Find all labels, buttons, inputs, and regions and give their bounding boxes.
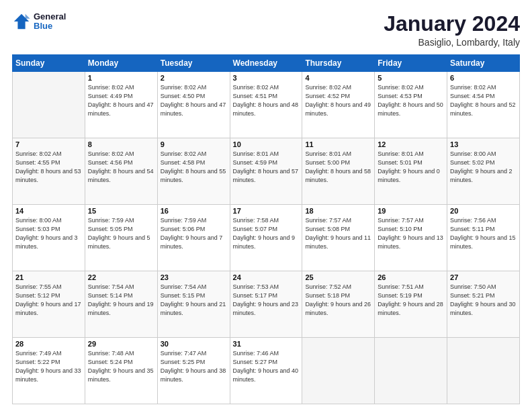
daylight-text: Daylight: 9 hours and 7 minutes. — [161, 234, 223, 250]
cell-info: Sunrise: 7:51 AM Sunset: 5:19 PM Dayligh… — [378, 283, 444, 318]
table-row: 11 Sunrise: 8:01 AM Sunset: 5:00 PM Dayl… — [302, 138, 375, 205]
cell-info: Sunrise: 8:02 AM Sunset: 4:53 PM Dayligh… — [378, 83, 444, 118]
cell-info: Sunrise: 7:56 AM Sunset: 5:11 PM Dayligh… — [450, 216, 517, 251]
daylight-text: Daylight: 8 hours and 53 minutes. — [15, 168, 81, 183]
week-row-5: 28 Sunrise: 7:49 AM Sunset: 5:22 PM Dayl… — [13, 338, 520, 404]
sunrise-text: Sunrise: 7:57 AM — [305, 217, 351, 224]
day-number: 21 — [15, 273, 82, 281]
sunrise-text: Sunrise: 8:01 AM — [233, 150, 279, 157]
sunrise-text: Sunrise: 7:53 AM — [233, 283, 279, 290]
day-number: 25 — [305, 273, 371, 281]
sunset-text: Sunset: 5:14 PM — [88, 292, 133, 299]
sunrise-text: Sunrise: 8:02 AM — [450, 84, 496, 91]
day-number: 26 — [378, 273, 444, 281]
daylight-text: Daylight: 9 hours and 33 minutes. — [15, 367, 81, 383]
sunrise-text: Sunrise: 7:52 AM — [305, 283, 351, 290]
cell-info: Sunrise: 8:01 AM Sunset: 5:00 PM Dayligh… — [305, 150, 371, 185]
sunrise-text: Sunrise: 7:49 AM — [15, 350, 62, 357]
table-row: 15 Sunrise: 7:59 AM Sunset: 5:05 PM Dayl… — [85, 205, 157, 271]
table-row: 9 Sunrise: 8:02 AM Sunset: 4:58 PM Dayli… — [157, 138, 230, 205]
sunrise-text: Sunrise: 8:01 AM — [378, 150, 424, 157]
daylight-text: Daylight: 9 hours and 26 minutes. — [305, 301, 371, 316]
daylight-text: Daylight: 9 hours and 13 minutes. — [378, 234, 443, 250]
title-block: January 2024 Basiglio, Lombardy, Italy — [384, 12, 520, 48]
table-row: 18 Sunrise: 7:57 AM Sunset: 5:08 PM Dayl… — [302, 205, 375, 271]
day-number: 18 — [305, 207, 371, 215]
sunrise-text: Sunrise: 8:02 AM — [15, 150, 62, 157]
daylight-text: Daylight: 9 hours and 3 minutes. — [15, 234, 78, 250]
sunset-text: Sunset: 4:55 PM — [15, 159, 60, 166]
sunset-text: Sunset: 5:24 PM — [88, 359, 133, 365]
cell-info: Sunrise: 7:53 AM Sunset: 5:17 PM Dayligh… — [233, 283, 300, 318]
sunset-text: Sunset: 4:54 PM — [450, 93, 495, 99]
sunset-text: Sunset: 5:08 PM — [305, 226, 350, 232]
daylight-text: Daylight: 9 hours and 5 minutes. — [88, 234, 150, 250]
table-row: 10 Sunrise: 8:01 AM Sunset: 4:59 PM Dayl… — [230, 138, 302, 205]
sunset-text: Sunset: 4:58 PM — [161, 159, 206, 166]
day-number: 12 — [378, 140, 444, 148]
table-row: 20 Sunrise: 7:56 AM Sunset: 5:11 PM Dayl… — [447, 205, 520, 271]
table-row: 2 Sunrise: 8:02 AM Sunset: 4:50 PM Dayli… — [157, 72, 230, 138]
day-number: 8 — [88, 140, 154, 148]
sunset-text: Sunset: 5:21 PM — [450, 292, 495, 299]
day-number: 20 — [450, 207, 517, 215]
week-row-3: 14 Sunrise: 8:00 AM Sunset: 5:03 PM Dayl… — [13, 205, 520, 271]
logo-general: General — [34, 12, 66, 21]
table-row: 22 Sunrise: 7:54 AM Sunset: 5:14 PM Dayl… — [85, 271, 157, 338]
sunrise-text: Sunrise: 8:02 AM — [88, 84, 134, 91]
logo-text: General Blue — [34, 12, 66, 32]
cell-info: Sunrise: 7:59 AM Sunset: 5:05 PM Dayligh… — [88, 216, 154, 251]
day-number: 30 — [161, 340, 227, 348]
sunset-text: Sunset: 4:51 PM — [233, 93, 278, 99]
sunset-text: Sunset: 5:06 PM — [161, 226, 206, 232]
sunrise-text: Sunrise: 8:02 AM — [161, 150, 207, 157]
day-number: 4 — [305, 74, 371, 82]
cell-info: Sunrise: 8:02 AM Sunset: 4:54 PM Dayligh… — [450, 83, 517, 118]
sunrise-text: Sunrise: 8:02 AM — [378, 84, 424, 91]
daylight-text: Daylight: 8 hours and 49 minutes. — [305, 101, 371, 117]
table-row: 30 Sunrise: 7:47 AM Sunset: 5:25 PM Dayl… — [157, 338, 230, 404]
sunrise-text: Sunrise: 7:59 AM — [161, 217, 207, 224]
sunset-text: Sunset: 4:53 PM — [378, 93, 423, 99]
day-number: 23 — [161, 273, 227, 281]
daylight-text: Daylight: 9 hours and 2 minutes. — [450, 168, 513, 183]
table-row — [302, 338, 375, 404]
day-number: 10 — [233, 140, 300, 148]
sunset-text: Sunset: 5:05 PM — [88, 226, 133, 232]
col-saturday: Saturday — [447, 55, 520, 72]
cell-info: Sunrise: 7:57 AM Sunset: 5:08 PM Dayligh… — [305, 216, 371, 251]
cell-info: Sunrise: 8:02 AM Sunset: 4:49 PM Dayligh… — [88, 83, 154, 118]
table-row — [13, 72, 85, 138]
week-row-2: 7 Sunrise: 8:02 AM Sunset: 4:55 PM Dayli… — [13, 138, 520, 205]
sunset-text: Sunset: 5:11 PM — [450, 226, 495, 232]
cell-info: Sunrise: 8:02 AM Sunset: 4:52 PM Dayligh… — [305, 83, 371, 118]
cell-info: Sunrise: 7:54 AM Sunset: 5:15 PM Dayligh… — [161, 283, 227, 318]
day-number: 27 — [450, 273, 517, 281]
sunset-text: Sunset: 5:03 PM — [15, 226, 60, 232]
cell-info: Sunrise: 8:01 AM Sunset: 5:01 PM Dayligh… — [378, 150, 444, 185]
logo-icon — [12, 12, 31, 31]
sunset-text: Sunset: 5:02 PM — [450, 159, 495, 166]
cell-info: Sunrise: 7:47 AM Sunset: 5:25 PM Dayligh… — [161, 349, 227, 384]
day-number: 31 — [233, 340, 300, 348]
sunrise-text: Sunrise: 7:47 AM — [161, 350, 207, 357]
day-number: 2 — [161, 74, 227, 82]
day-number: 24 — [233, 273, 300, 281]
sunrise-text: Sunrise: 7:59 AM — [88, 217, 134, 224]
table-row: 25 Sunrise: 7:52 AM Sunset: 5:18 PM Dayl… — [302, 271, 375, 338]
day-number: 9 — [161, 140, 227, 148]
sunset-text: Sunset: 5:01 PM — [378, 159, 423, 166]
cell-info: Sunrise: 7:50 AM Sunset: 5:21 PM Dayligh… — [450, 283, 517, 318]
cell-info: Sunrise: 8:02 AM Sunset: 4:56 PM Dayligh… — [88, 150, 154, 185]
week-row-1: 1 Sunrise: 8:02 AM Sunset: 4:49 PM Dayli… — [13, 72, 520, 138]
table-row: 21 Sunrise: 7:55 AM Sunset: 5:12 PM Dayl… — [13, 271, 85, 338]
cell-info: Sunrise: 8:01 AM Sunset: 4:59 PM Dayligh… — [233, 150, 300, 185]
daylight-text: Daylight: 8 hours and 54 minutes. — [88, 168, 154, 183]
cell-info: Sunrise: 8:02 AM Sunset: 4:58 PM Dayligh… — [161, 150, 227, 185]
location: Basiglio, Lombardy, Italy — [384, 37, 520, 48]
page: General Blue January 2024 Basiglio, Lomb… — [0, 0, 532, 411]
col-wednesday: Wednesday — [230, 55, 302, 72]
daylight-text: Daylight: 8 hours and 47 minutes. — [88, 101, 154, 117]
sunrise-text: Sunrise: 7:57 AM — [378, 217, 424, 224]
day-number: 19 — [378, 207, 444, 215]
